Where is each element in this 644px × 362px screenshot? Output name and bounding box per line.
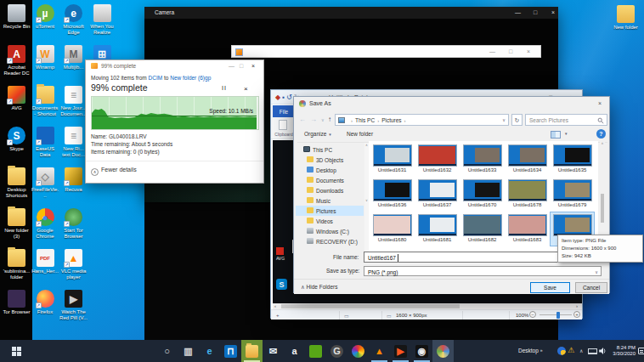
folder-tree-item[interactable]: Desktop xyxy=(296,165,364,175)
close-icon[interactable]: × xyxy=(551,9,555,15)
minimize-icon[interactable]: — xyxy=(229,63,234,69)
cancel-button[interactable]: Cancel xyxy=(575,282,607,293)
close-icon[interactable]: × xyxy=(527,48,530,54)
search-input[interactable]: Search Pictures xyxy=(525,114,607,126)
taskbar-app-button[interactable]: ○ xyxy=(156,340,178,362)
maximize-icon[interactable]: □ xyxy=(509,48,512,54)
breadcrumb-pictures[interactable]: Pictures xyxy=(381,117,401,123)
desktop-icon[interactable]: ◇ ↗ FreeFileVie... xyxy=(31,167,59,199)
desktop-icon[interactable]: ↗ EaseUS Data Recovery ... xyxy=(31,127,59,158)
file-thumbnail-item[interactable]: Untitled1635 xyxy=(551,143,594,176)
camera-titlebar[interactable]: Camera — □ × xyxy=(144,7,558,19)
file-thumbnail-item[interactable]: Untitled1632 xyxy=(415,143,459,176)
search-icon[interactable] xyxy=(597,117,604,124)
taskbar-app-button[interactable]: G xyxy=(326,340,347,362)
desktop-toolbar[interactable]: Desktop » xyxy=(518,348,542,354)
zoom-slider-thumb[interactable] xyxy=(556,312,560,319)
close-icon[interactable]: × xyxy=(598,100,602,106)
folder-tree-item[interactable]: Videos xyxy=(296,216,364,226)
desktop-icon[interactable]: e ↗ Microsoft Edge xyxy=(59,4,88,36)
start-button[interactable] xyxy=(0,340,32,362)
taskbar-app-button[interactable]: a xyxy=(284,340,305,362)
scroll-right-icon[interactable]: › xyxy=(576,303,578,309)
horizontal-scrollbar[interactable]: ‹ › xyxy=(273,303,582,309)
back-icon[interactable]: ← xyxy=(299,116,306,123)
source-folder-link[interactable]: DCIM xyxy=(149,75,163,81)
file-thumbnail-item[interactable]: Untitled1637 xyxy=(415,178,459,211)
close-icon[interactable]: × xyxy=(251,63,255,69)
folder-tree-item[interactable]: Downloads xyxy=(296,185,364,195)
avg-tray-icon[interactable] xyxy=(557,347,566,355)
desktop-icon-new-folder[interactable]: New folder xyxy=(612,5,640,31)
taskbar-app-button[interactable]: ▲ xyxy=(369,340,390,362)
taskbar-app-button[interactable]: e xyxy=(199,340,220,362)
file-thumbnail-item[interactable]: Untitled1634 xyxy=(506,143,549,176)
file-thumbnail-item[interactable]: Untitled1678 xyxy=(506,178,549,211)
clock[interactable]: 8:24 PM 3/30/2020 xyxy=(608,345,636,357)
touch-keyboard-icon[interactable] xyxy=(588,348,597,354)
folder-tree-item[interactable]: RECOVERY (D:) xyxy=(296,236,364,246)
desktop-icon[interactable]: ↗ Documents - Shortcut xyxy=(31,86,59,117)
folder-tree-item[interactable]: 3D Objects xyxy=(296,155,364,165)
paste-button[interactable] xyxy=(279,120,287,130)
file-thumbnail-item[interactable]: Untitled1680 xyxy=(370,212,414,246)
new-folder-button[interactable]: New folder xyxy=(347,131,373,137)
zoom-out-icon[interactable]: − xyxy=(529,311,536,318)
action-center-icon[interactable] xyxy=(638,348,644,354)
destination-folder-link[interactable]: New folder (6)gp xyxy=(170,75,211,81)
folder-tree-item[interactable]: Documents xyxy=(296,175,364,185)
desktop-icon[interactable]: A ↗ Acrobat Reader DC xyxy=(3,45,31,76)
desktop-icon[interactable]: ↗ Firefox xyxy=(31,290,59,315)
desktop-icon[interactable]: ↗ Start Tor Browser xyxy=(59,208,88,240)
warning-tray-icon[interactable]: ⚠ xyxy=(568,347,574,354)
file-thumbnail-item[interactable]: Untitled1683 xyxy=(506,212,549,246)
desktop-icon[interactable]: ● ↗ Google Chrome xyxy=(31,208,59,240)
taskbar-app-button[interactable]: ▥ xyxy=(178,340,199,362)
taskbar-app-button[interactable]: ◉ xyxy=(411,340,432,362)
taskbar-app-button[interactable]: ⊓ xyxy=(220,340,241,362)
cancel-copy-icon[interactable]: × xyxy=(244,85,248,93)
speaker-icon[interactable] xyxy=(599,348,607,354)
up-icon[interactable]: ↑ xyxy=(328,116,331,123)
file-thumbnail-item[interactable]: Untitled1631 xyxy=(370,143,414,176)
background-window-titlebar[interactable]: — □ × xyxy=(231,45,541,58)
taskbar-app-button[interactable] xyxy=(432,340,454,362)
taskbar-app-button[interactable] xyxy=(241,340,263,362)
desktop-icon[interactable]: ▶ ↗ Watch The Red Pill (V... xyxy=(59,290,88,321)
file-thumbnail-item[interactable]: Untitled1670 xyxy=(460,178,504,211)
show-hidden-icons-chevron[interactable]: ∧ xyxy=(579,348,583,354)
save-button[interactable]: Save xyxy=(530,282,570,293)
file-tab[interactable]: File xyxy=(273,105,295,117)
organize-button[interactable]: Organize ▼ xyxy=(304,131,332,137)
taskbar-app-button[interactable]: ✉ xyxy=(263,340,284,362)
desktop-icon[interactable]: ↗ New folder (3) xyxy=(3,208,31,240)
desktop-icon[interactable]: ≡ ↗ New Ri... text Doc... xyxy=(59,127,88,158)
desktop-icon[interactable]: PDF ↗ Hans_Her... xyxy=(31,249,59,274)
desktop-icon[interactable]: ↗ When You Realize xyxy=(88,4,116,36)
file-thumbnail-item[interactable]: Untitled1679 xyxy=(551,178,594,211)
chevron-down-icon[interactable]: ∨ xyxy=(595,269,598,274)
chevron-down-icon[interactable]: ▼ xyxy=(564,132,568,136)
folder-tree-item[interactable]: Music xyxy=(296,195,364,206)
minimize-icon[interactable]: — xyxy=(515,9,521,15)
view-options-icon[interactable] xyxy=(551,131,561,139)
chevron-down-icon[interactable]: ∨ xyxy=(321,118,325,122)
desktop-icon[interactable]: S ↗ Skype xyxy=(3,127,31,152)
desktop-icon[interactable]: ↗ AVG xyxy=(3,86,31,111)
taskbar-app-button[interactable] xyxy=(305,340,326,362)
scrollbar-thumb[interactable] xyxy=(601,194,604,223)
dialog-titlebar[interactable]: 99% complete — □ × xyxy=(86,60,263,71)
refresh-icon[interactable]: ↻ xyxy=(511,114,523,126)
taskbar-app-button[interactable] xyxy=(347,340,369,362)
scroll-left-icon[interactable]: ‹ xyxy=(274,303,276,309)
hide-folders-button[interactable]: ∧ Hide Folders xyxy=(301,284,337,291)
help-icon[interactable]: ? xyxy=(596,129,606,139)
taskbar-app-button[interactable]: ▶ xyxy=(390,340,411,362)
chevron-down-icon[interactable]: ∨ xyxy=(502,117,506,122)
file-thumbnail-item[interactable]: Untitled1682 xyxy=(460,212,504,246)
maximize-icon[interactable]: □ xyxy=(534,9,537,15)
desktop-icon[interactable]: ▲ ↗ VLC media player xyxy=(59,249,88,280)
desktop-icon[interactable]: ↗ Tor Browser xyxy=(3,290,31,315)
desktop-icon[interactable]: ↗ Desktop Shortcuts xyxy=(3,167,31,199)
desktop-icon[interactable]: M ↗ Multijib... xyxy=(59,45,88,71)
